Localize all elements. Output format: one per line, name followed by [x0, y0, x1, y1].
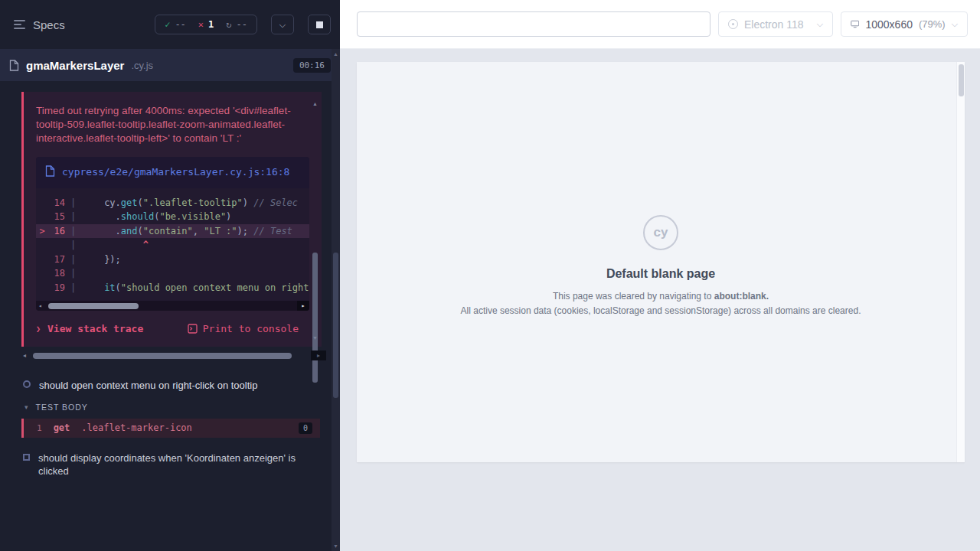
scroll-down-icon[interactable]: ▼ [312, 335, 318, 341]
electron-icon [728, 19, 738, 29]
specs-label: Specs [33, 18, 65, 31]
viewport-scale: (79%) [919, 18, 946, 30]
specs-menu-icon[interactable] [14, 20, 25, 29]
scroll-left-icon[interactable]: ◂ [23, 350, 26, 360]
test-list: should open context menu on right-click … [0, 373, 340, 483]
command-name: get [54, 422, 70, 433]
file-icon [45, 165, 55, 177]
reporter-sidebar: Specs ✓ -- ✕ 1 ↻ -- ⌵ gmaMa [0, 0, 340, 551]
error-panel: Timed out retrying after 4000ms: expecte… [21, 92, 322, 347]
scrollbar-thumb[interactable] [312, 253, 318, 383]
chevron-down-icon: ⌵ [952, 19, 958, 29]
error-vertical-scrollbar: ▲ ▼ [312, 101, 318, 341]
blank-page-message: cy Default blank page This page was clea… [357, 62, 965, 316]
aut-page: cy Default blank page This page was clea… [357, 62, 965, 462]
stop-icon [316, 21, 323, 28]
stat-pending[interactable]: ↻ -- [226, 19, 247, 30]
scroll-up-icon[interactable]: ▲ [332, 51, 340, 57]
viewport-dropdown[interactable]: 1000x660 (79%) ⌵ [841, 11, 968, 37]
code-line: 19| it("should open context menu on righ… [36, 281, 309, 295]
scroll-up-icon[interactable]: ▲ [312, 101, 318, 106]
browser-label: Electron 118 [744, 18, 804, 31]
code-line: | ^ [36, 238, 309, 253]
code-line: 14| cy.get(".leaflet-tooltip") // Selec [36, 196, 309, 210]
code-line: >16| .and("contain", "LT :"); // Test [36, 224, 309, 239]
view-stack-trace-link[interactable]: ❯ View stack trace [36, 323, 143, 334]
chevron-right-icon: ❯ [36, 324, 41, 333]
test-body-label: TEST BODY [36, 403, 88, 412]
file-icon [9, 60, 19, 71]
code-horizontal-scrollbar: ◂ ▸ [36, 301, 309, 311]
collapse-button[interactable]: ⌵ [271, 15, 294, 34]
scroll-right-icon[interactable]: ▸ [311, 350, 326, 360]
command-message: .leaflet-marker-icon [81, 422, 192, 433]
code-line: 18| [36, 266, 309, 281]
cypress-logo: cy [643, 215, 678, 250]
code-frame: cypress/e2e/gmaMarkersLayer.cy.js:16:8 1… [36, 157, 309, 311]
test-item-running[interactable]: should open context menu on right-click … [0, 373, 340, 397]
spec-name: gmaMarkersLayer [26, 59, 124, 72]
about-blank-text: about:blank. [714, 291, 769, 302]
stat-passed[interactable]: ✓ -- [165, 19, 186, 30]
page-vertical-scrollbar [956, 62, 965, 462]
chevron-down-icon: ▾ [24, 403, 29, 411]
browser-select-dropdown[interactable]: Electron 118 ⌵ [718, 11, 833, 37]
pending-icon: ↻ [226, 19, 231, 30]
scrollbar-thumb[interactable] [959, 64, 964, 96]
reporter-horizontal-scrollbar: ◂ ▸ [23, 350, 322, 360]
chevron-down-icon: ⌵ [817, 19, 823, 29]
scrollbar-thumb[interactable] [333, 253, 338, 398]
stat-failed[interactable]: ✕ 1 [198, 19, 214, 30]
browser-url-bar: Electron 118 ⌵ 1000x660 (79%) ⌵ [340, 0, 980, 49]
scroll-down-icon[interactable]: ▼ [332, 543, 340, 549]
x-icon: ✕ [198, 19, 204, 30]
code-frame-file-link[interactable]: cypress/e2e/gmaMarkersLayer.cy.js:16:8 [62, 165, 289, 180]
viewport-size: 1000x660 [865, 18, 913, 31]
running-test-icon [23, 380, 31, 388]
command-count-badge: 0 [299, 422, 312, 434]
error-message: Timed out retrying after 4000ms: expecte… [36, 104, 309, 146]
test-title: should display coordinates when 'Koordin… [38, 452, 308, 478]
code-line: 15| .should("be.visible") [36, 210, 309, 224]
spec-duration: 00:16 [293, 58, 331, 73]
test-title: should open context menu on right-click … [39, 379, 257, 393]
unrun-test-icon [23, 454, 30, 461]
test-body-header[interactable]: ▾ TEST BODY [0, 397, 340, 417]
reporter-header: Specs ✓ -- ✕ 1 ↻ -- ⌵ [0, 0, 340, 49]
spec-bar[interactable]: gmaMarkersLayer .cy.js 00:16 [0, 49, 340, 81]
command-number: 1 [37, 423, 42, 433]
command-row[interactable]: 1 get .leaflet-marker-icon 0 [21, 419, 320, 438]
code-frame-header[interactable]: cypress/e2e/gmaMarkersLayer.cy.js:16:8 [36, 157, 309, 188]
chevron-down-icon: ⌵ [279, 20, 286, 30]
reporter-body: Timed out retrying after 4000ms: expecte… [0, 81, 340, 551]
check-icon: ✓ [165, 19, 170, 30]
blank-page-title: Default blank page [357, 267, 965, 281]
console-icon [188, 324, 198, 334]
blank-page-line2: All active session data (cookies, localS… [357, 305, 965, 316]
test-stats: ✓ -- ✕ 1 ↻ -- [155, 15, 257, 34]
scrollbar-thumb[interactable] [33, 353, 292, 359]
test-item-pending[interactable]: should display coordinates when 'Koordin… [0, 445, 340, 483]
aut-pane: Electron 118 ⌵ 1000x660 (79%) ⌵ cy Defau… [340, 0, 980, 551]
url-input[interactable] [357, 11, 710, 37]
code-lines: 14| cy.get(".leaflet-tooltip") // Selec1… [36, 188, 309, 298]
aut-viewport-area: cy Default blank page This page was clea… [340, 49, 980, 551]
scroll-right-icon[interactable]: ▸ [297, 301, 309, 311]
blank-page-line1: This page was cleared by navigating to a… [357, 291, 965, 302]
sidebar-vertical-scrollbar: ▲ ▼ [332, 49, 340, 551]
print-to-console-button[interactable]: Print to console [188, 323, 299, 334]
scrollbar-thumb[interactable] [48, 303, 139, 309]
error-actions: ❯ View stack trace Print to console [36, 323, 309, 334]
code-line: 17| }); [36, 253, 309, 267]
stop-button[interactable] [308, 15, 331, 34]
scroll-left-icon[interactable]: ◂ [38, 301, 42, 311]
spec-ext: .cy.js [131, 60, 153, 71]
viewport-icon [851, 19, 859, 29]
